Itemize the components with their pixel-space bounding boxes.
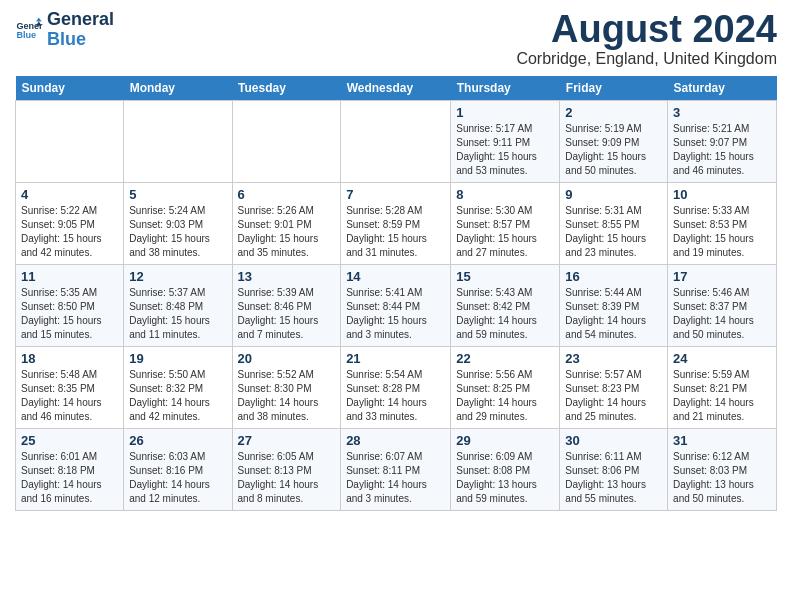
day-info: Sunrise: 5:52 AM Sunset: 8:30 PM Dayligh…	[238, 368, 336, 424]
day-number: 23	[565, 351, 662, 366]
calendar-cell: 25Sunrise: 6:01 AM Sunset: 8:18 PM Dayli…	[16, 429, 124, 511]
weekday-header: Monday	[124, 76, 232, 101]
day-number: 3	[673, 105, 771, 120]
day-info: Sunrise: 5:46 AM Sunset: 8:37 PM Dayligh…	[673, 286, 771, 342]
day-info: Sunrise: 5:59 AM Sunset: 8:21 PM Dayligh…	[673, 368, 771, 424]
day-number: 18	[21, 351, 118, 366]
day-number: 28	[346, 433, 445, 448]
calendar-cell: 24Sunrise: 5:59 AM Sunset: 8:21 PM Dayli…	[668, 347, 777, 429]
day-info: Sunrise: 5:21 AM Sunset: 9:07 PM Dayligh…	[673, 122, 771, 178]
calendar-week-row: 4Sunrise: 5:22 AM Sunset: 9:05 PM Daylig…	[16, 183, 777, 265]
calendar-table: SundayMondayTuesdayWednesdayThursdayFrid…	[15, 76, 777, 511]
calendar-week-row: 1Sunrise: 5:17 AM Sunset: 9:11 PM Daylig…	[16, 101, 777, 183]
calendar-cell: 29Sunrise: 6:09 AM Sunset: 8:08 PM Dayli…	[451, 429, 560, 511]
day-info: Sunrise: 5:31 AM Sunset: 8:55 PM Dayligh…	[565, 204, 662, 260]
day-info: Sunrise: 5:30 AM Sunset: 8:57 PM Dayligh…	[456, 204, 554, 260]
calendar-cell: 31Sunrise: 6:12 AM Sunset: 8:03 PM Dayli…	[668, 429, 777, 511]
day-number: 9	[565, 187, 662, 202]
calendar-cell: 1Sunrise: 5:17 AM Sunset: 9:11 PM Daylig…	[451, 101, 560, 183]
day-info: Sunrise: 6:12 AM Sunset: 8:03 PM Dayligh…	[673, 450, 771, 506]
day-number: 7	[346, 187, 445, 202]
day-number: 22	[456, 351, 554, 366]
calendar-cell: 18Sunrise: 5:48 AM Sunset: 8:35 PM Dayli…	[16, 347, 124, 429]
calendar-cell: 15Sunrise: 5:43 AM Sunset: 8:42 PM Dayli…	[451, 265, 560, 347]
logo-icon: General Blue	[15, 16, 43, 44]
month-title: August 2024	[516, 10, 777, 48]
calendar-cell: 28Sunrise: 6:07 AM Sunset: 8:11 PM Dayli…	[341, 429, 451, 511]
day-number: 1	[456, 105, 554, 120]
day-number: 10	[673, 187, 771, 202]
day-number: 11	[21, 269, 118, 284]
day-number: 25	[21, 433, 118, 448]
calendar-cell: 12Sunrise: 5:37 AM Sunset: 8:48 PM Dayli…	[124, 265, 232, 347]
day-number: 27	[238, 433, 336, 448]
calendar-cell: 19Sunrise: 5:50 AM Sunset: 8:32 PM Dayli…	[124, 347, 232, 429]
day-info: Sunrise: 5:26 AM Sunset: 9:01 PM Dayligh…	[238, 204, 336, 260]
calendar-cell: 9Sunrise: 5:31 AM Sunset: 8:55 PM Daylig…	[560, 183, 668, 265]
logo-text-general: General	[47, 10, 114, 30]
day-info: Sunrise: 5:50 AM Sunset: 8:32 PM Dayligh…	[129, 368, 226, 424]
calendar-cell: 21Sunrise: 5:54 AM Sunset: 8:28 PM Dayli…	[341, 347, 451, 429]
day-number: 20	[238, 351, 336, 366]
calendar-cell: 17Sunrise: 5:46 AM Sunset: 8:37 PM Dayli…	[668, 265, 777, 347]
day-info: Sunrise: 5:54 AM Sunset: 8:28 PM Dayligh…	[346, 368, 445, 424]
calendar-cell: 23Sunrise: 5:57 AM Sunset: 8:23 PM Dayli…	[560, 347, 668, 429]
day-number: 26	[129, 433, 226, 448]
calendar-week-row: 18Sunrise: 5:48 AM Sunset: 8:35 PM Dayli…	[16, 347, 777, 429]
calendar-cell	[341, 101, 451, 183]
day-number: 4	[21, 187, 118, 202]
calendar-cell: 6Sunrise: 5:26 AM Sunset: 9:01 PM Daylig…	[232, 183, 341, 265]
day-info: Sunrise: 5:35 AM Sunset: 8:50 PM Dayligh…	[21, 286, 118, 342]
calendar-cell: 2Sunrise: 5:19 AM Sunset: 9:09 PM Daylig…	[560, 101, 668, 183]
logo-text-blue: Blue	[47, 30, 114, 50]
calendar-cell: 8Sunrise: 5:30 AM Sunset: 8:57 PM Daylig…	[451, 183, 560, 265]
day-number: 8	[456, 187, 554, 202]
calendar-cell: 16Sunrise: 5:44 AM Sunset: 8:39 PM Dayli…	[560, 265, 668, 347]
calendar-cell: 27Sunrise: 6:05 AM Sunset: 8:13 PM Dayli…	[232, 429, 341, 511]
day-info: Sunrise: 5:39 AM Sunset: 8:46 PM Dayligh…	[238, 286, 336, 342]
day-info: Sunrise: 6:01 AM Sunset: 8:18 PM Dayligh…	[21, 450, 118, 506]
day-number: 30	[565, 433, 662, 448]
calendar-cell	[124, 101, 232, 183]
day-number: 6	[238, 187, 336, 202]
calendar-week-row: 11Sunrise: 5:35 AM Sunset: 8:50 PM Dayli…	[16, 265, 777, 347]
day-number: 13	[238, 269, 336, 284]
day-info: Sunrise: 5:44 AM Sunset: 8:39 PM Dayligh…	[565, 286, 662, 342]
day-number: 24	[673, 351, 771, 366]
calendar-cell: 7Sunrise: 5:28 AM Sunset: 8:59 PM Daylig…	[341, 183, 451, 265]
day-info: Sunrise: 5:28 AM Sunset: 8:59 PM Dayligh…	[346, 204, 445, 260]
day-info: Sunrise: 5:33 AM Sunset: 8:53 PM Dayligh…	[673, 204, 771, 260]
day-info: Sunrise: 6:07 AM Sunset: 8:11 PM Dayligh…	[346, 450, 445, 506]
calendar-cell: 26Sunrise: 6:03 AM Sunset: 8:16 PM Dayli…	[124, 429, 232, 511]
title-block: August 2024 Corbridge, England, United K…	[516, 10, 777, 68]
day-info: Sunrise: 5:24 AM Sunset: 9:03 PM Dayligh…	[129, 204, 226, 260]
calendar-cell: 14Sunrise: 5:41 AM Sunset: 8:44 PM Dayli…	[341, 265, 451, 347]
weekday-header: Friday	[560, 76, 668, 101]
svg-marker-2	[36, 17, 42, 21]
day-number: 16	[565, 269, 662, 284]
calendar-cell	[232, 101, 341, 183]
day-info: Sunrise: 6:09 AM Sunset: 8:08 PM Dayligh…	[456, 450, 554, 506]
day-info: Sunrise: 5:17 AM Sunset: 9:11 PM Dayligh…	[456, 122, 554, 178]
calendar-cell: 22Sunrise: 5:56 AM Sunset: 8:25 PM Dayli…	[451, 347, 560, 429]
calendar-cell: 3Sunrise: 5:21 AM Sunset: 9:07 PM Daylig…	[668, 101, 777, 183]
weekday-header: Saturday	[668, 76, 777, 101]
calendar-week-row: 25Sunrise: 6:01 AM Sunset: 8:18 PM Dayli…	[16, 429, 777, 511]
day-info: Sunrise: 5:56 AM Sunset: 8:25 PM Dayligh…	[456, 368, 554, 424]
day-info: Sunrise: 6:11 AM Sunset: 8:06 PM Dayligh…	[565, 450, 662, 506]
day-info: Sunrise: 5:48 AM Sunset: 8:35 PM Dayligh…	[21, 368, 118, 424]
calendar-cell: 5Sunrise: 5:24 AM Sunset: 9:03 PM Daylig…	[124, 183, 232, 265]
day-number: 15	[456, 269, 554, 284]
day-info: Sunrise: 5:57 AM Sunset: 8:23 PM Dayligh…	[565, 368, 662, 424]
calendar-cell: 10Sunrise: 5:33 AM Sunset: 8:53 PM Dayli…	[668, 183, 777, 265]
calendar-cell: 20Sunrise: 5:52 AM Sunset: 8:30 PM Dayli…	[232, 347, 341, 429]
calendar-cell	[16, 101, 124, 183]
day-number: 5	[129, 187, 226, 202]
svg-text:Blue: Blue	[16, 30, 36, 40]
day-number: 14	[346, 269, 445, 284]
day-info: Sunrise: 6:05 AM Sunset: 8:13 PM Dayligh…	[238, 450, 336, 506]
day-info: Sunrise: 5:37 AM Sunset: 8:48 PM Dayligh…	[129, 286, 226, 342]
calendar-cell: 30Sunrise: 6:11 AM Sunset: 8:06 PM Dayli…	[560, 429, 668, 511]
day-number: 31	[673, 433, 771, 448]
location-title: Corbridge, England, United Kingdom	[516, 50, 777, 68]
